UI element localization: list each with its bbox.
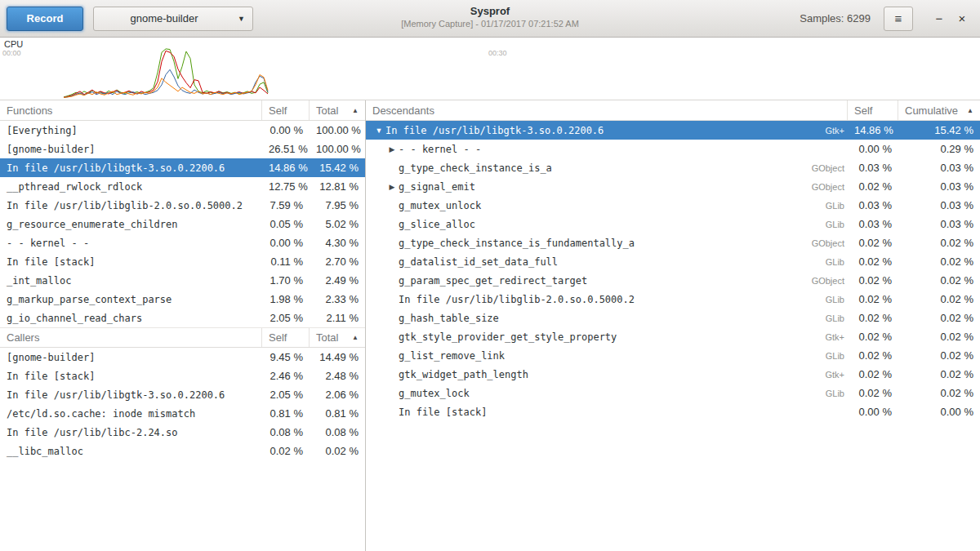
- table-row[interactable]: [Everything]0.00 %100.00 %: [0, 121, 365, 140]
- total-percent: 14.49 %: [310, 351, 365, 363]
- total-percent: 0.03 %: [898, 162, 980, 174]
- table-row[interactable]: In file /usr/lib/libglib-2.0.so.0.5000.2…: [0, 196, 365, 215]
- table-row[interactable]: g_datalist_id_set_data_fullGLib0.02 %0.0…: [366, 252, 980, 271]
- cpu-timeline[interactable]: CPU 00:00 00:30: [0, 38, 980, 100]
- table-row[interactable]: ▼In file /usr/lib/libgtk-3.so.0.2200.6Gt…: [366, 121, 980, 140]
- column-header-total-label: Total: [316, 104, 338, 117]
- column-header-descendants[interactable]: Descendants: [366, 100, 848, 120]
- total-percent: 15.42 %: [310, 162, 365, 174]
- column-header-total[interactable]: Total ▲: [310, 100, 365, 120]
- expand-icon[interactable]: ▶: [385, 183, 399, 191]
- table-row[interactable]: g_hash_table_sizeGLib0.02 %0.02 %: [366, 309, 980, 327]
- table-row[interactable]: In file [stack]0.11 %2.70 %: [0, 252, 365, 271]
- column-header-functions[interactable]: Functions: [0, 100, 262, 120]
- table-row[interactable]: g_resource_enumerate_children0.05 %5.02 …: [0, 215, 365, 233]
- table-row[interactable]: In file /usr/lib/libglib-2.0.so.0.5000.2…: [366, 290, 980, 309]
- table-row[interactable]: g_io_channel_read_chars2.05 %2.11 %: [0, 309, 365, 327]
- function-name-cell: gtk_style_provider_get_style_propertyGtk…: [366, 331, 848, 343]
- table-row[interactable]: In file /usr/lib/libc-2.24.so0.08 %0.08 …: [0, 423, 365, 442]
- sort-arrow-icon: ▲: [967, 107, 973, 114]
- close-button[interactable]: ×: [951, 7, 973, 30]
- table-row[interactable]: g_list_remove_linkGLib0.02 %0.02 %: [366, 346, 980, 365]
- table-row[interactable]: In file [stack]2.46 %2.48 %: [0, 367, 365, 385]
- table-row[interactable]: g_type_check_instance_is_fundamentally_a…: [366, 233, 980, 252]
- function-name: In file /usr/lib/libglib-2.0.so.0.5000.2: [399, 294, 635, 305]
- callers-table: [gnome-builder]9.45 %14.49 %In file [sta…: [0, 348, 365, 460]
- column-header-cumulative[interactable]: Cumulative ▲: [898, 100, 980, 120]
- total-percent: 0.02 %: [898, 237, 980, 249]
- total-percent: 100.00 %: [310, 143, 365, 155]
- total-percent: 0.02 %: [310, 445, 365, 457]
- self-percent: 0.02 %: [848, 312, 898, 324]
- library-badge: Gtk+: [820, 370, 844, 380]
- table-row[interactable]: g_mutex_unlockGLib0.03 %0.03 %: [366, 196, 980, 215]
- total-percent: 0.02 %: [898, 293, 980, 305]
- collapse-icon[interactable]: ▼: [372, 127, 385, 135]
- self-percent: 0.02 %: [848, 387, 898, 399]
- self-percent: 0.02 %: [848, 180, 898, 193]
- total-percent: 15.42 %: [898, 124, 980, 136]
- column-header-self[interactable]: Self: [262, 100, 310, 120]
- table-row[interactable]: g_type_check_instance_is_aGObject0.03 %0…: [366, 158, 980, 177]
- function-name-cell: In file /usr/lib/libglib-2.0.so.0.5000.2…: [366, 294, 848, 305]
- function-name-cell: [Everything]: [0, 125, 262, 136]
- table-row[interactable]: g_slice_allocGLib0.03 %0.03 %: [366, 215, 980, 233]
- table-row[interactable]: [gnome-builder]9.45 %14.49 %: [0, 348, 365, 367]
- total-percent: 2.49 %: [310, 274, 365, 287]
- function-name-cell: g_type_check_instance_is_aGObject: [366, 162, 848, 174]
- table-row[interactable]: gtk_style_provider_get_style_propertyGtk…: [366, 327, 980, 346]
- table-row[interactable]: g_param_spec_get_redirect_targetGObject0…: [366, 271, 980, 290]
- total-percent: 0.03 %: [898, 180, 980, 193]
- function-name: In file /usr/lib/libc-2.24.so: [7, 427, 178, 438]
- samples-count: Samples: 6299: [800, 12, 871, 24]
- library-badge: GObject: [807, 238, 844, 248]
- minimize-button[interactable]: −: [928, 7, 951, 30]
- table-row[interactable]: _int_malloc1.70 %2.49 %: [0, 271, 365, 290]
- self-percent: 0.00 %: [262, 124, 310, 136]
- library-badge: Gtk+: [820, 332, 844, 342]
- total-percent: 2.06 %: [310, 389, 365, 401]
- hamburger-icon: ≡: [895, 11, 902, 25]
- column-header-callers[interactable]: Callers: [0, 328, 262, 347]
- table-row[interactable]: In file /usr/lib/libgtk-3.so.0.2200.62.0…: [0, 385, 365, 404]
- function-name-cell: g_datalist_id_set_data_fullGLib: [366, 256, 848, 268]
- function-name: - - kernel - -: [7, 238, 89, 249]
- total-percent: 2.70 %: [310, 256, 365, 268]
- table-row[interactable]: ▶- - kernel - -0.00 %0.29 %: [366, 140, 980, 158]
- function-name: g_hash_table_size: [399, 313, 499, 324]
- function-name: g_type_check_instance_is_fundamentally_a: [399, 238, 635, 249]
- table-row[interactable]: g_markup_parse_context_parse1.98 %2.33 %: [0, 290, 365, 309]
- function-name: gtk_widget_path_length: [399, 369, 528, 380]
- table-row[interactable]: __libc_malloc0.02 %0.02 %: [0, 442, 365, 460]
- table-row[interactable]: - - kernel - -0.00 %4.30 %: [0, 233, 365, 252]
- table-row[interactable]: gtk_widget_path_lengthGtk+0.02 %0.02 %: [366, 365, 980, 384]
- table-row[interactable]: /etc/ld.so.cache: inode mismatch0.81 %0.…: [0, 404, 365, 423]
- table-row[interactable]: [gnome-builder]26.51 %100.00 %: [0, 140, 365, 158]
- function-name: - - kernel - -: [399, 144, 481, 155]
- column-header-self[interactable]: Self: [262, 328, 310, 347]
- self-percent: 14.86 %: [848, 124, 898, 136]
- function-name-cell: g_mutex_lockGLib: [366, 388, 848, 399]
- total-percent: 0.02 %: [898, 387, 980, 399]
- main-content: Functions Self Total ▲ [Everything]0.00 …: [0, 100, 980, 551]
- hamburger-menu-button[interactable]: ≡: [884, 7, 913, 31]
- function-name: g_resource_enumerate_children: [7, 219, 178, 230]
- function-name-cell: ▶g_signal_emitGObject: [366, 181, 848, 193]
- function-name-cell: _int_malloc: [0, 275, 262, 287]
- self-percent: 0.02 %: [848, 349, 898, 362]
- record-button[interactable]: Record: [7, 7, 83, 31]
- table-row[interactable]: __pthread_rwlock_rdlock12.75 %12.81 %: [0, 177, 365, 196]
- function-name-cell: /etc/ld.so.cache: inode mismatch: [0, 408, 262, 420]
- table-row[interactable]: In file [stack]0.00 %0.00 %: [366, 402, 980, 421]
- expand-icon[interactable]: ▶: [385, 145, 399, 153]
- column-header-total[interactable]: Total ▲: [310, 328, 365, 347]
- process-selector-dropdown[interactable]: gnome-builder ▼: [93, 7, 253, 31]
- total-percent: 4.30 %: [310, 237, 365, 249]
- table-row[interactable]: g_mutex_lockGLib0.02 %0.02 %: [366, 384, 980, 402]
- column-header-self[interactable]: Self: [848, 100, 898, 120]
- table-row[interactable]: In file /usr/lib/libgtk-3.so.0.2200.614.…: [0, 158, 365, 177]
- table-row[interactable]: ▶g_signal_emitGObject0.02 %0.03 %: [366, 177, 980, 196]
- total-percent: 12.81 %: [310, 180, 365, 193]
- function-name: In file [stack]: [399, 407, 487, 418]
- column-header-total-label: Total: [316, 331, 338, 344]
